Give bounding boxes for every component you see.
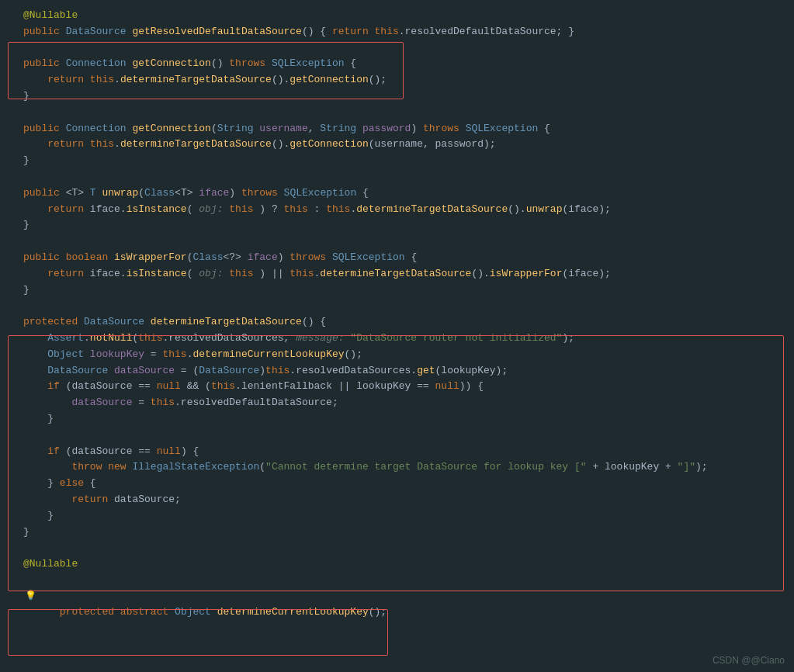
line-13: return iface.isInstance( obj: this ) || … <box>16 266 794 282</box>
line-5: } <box>16 88 794 105</box>
line-blank-6 <box>16 428 794 444</box>
line-10: return iface.isInstance( obj: this ) ? t… <box>16 202 794 218</box>
line-22: if (dataSource == null) { <box>16 444 794 460</box>
gutter-lightbulb-icon: 💡 <box>25 589 36 604</box>
line-17: Object lookupKey = this.determineCurrent… <box>16 347 794 363</box>
line-7: return this.determineTargetDataSource().… <box>16 137 794 153</box>
line-3: public Connection getConnection() throws… <box>16 56 794 72</box>
line-8: } <box>16 153 794 169</box>
line-21: } <box>16 411 794 428</box>
line-20: dataSource = this.resolvedDefaultDataSou… <box>16 395 794 411</box>
line-blank-1 <box>16 40 794 57</box>
line-blank-2 <box>16 105 794 121</box>
line-blank-3 <box>16 169 794 185</box>
line-19: if (dataSource == null && (this.lenientF… <box>16 379 794 395</box>
line-25: return dataSource; <box>16 492 794 508</box>
line-blank-7 <box>16 540 794 556</box>
line-24: } else { <box>16 476 794 492</box>
line-blank-4 <box>16 234 794 250</box>
line-28: @Nullable <box>16 556 794 573</box>
line-2: public DataSource getResolvedDefaultData… <box>16 24 794 40</box>
line-18: DataSource dataSource = (DataSource)this… <box>16 363 794 379</box>
line-6: public Connection getConnection(String u… <box>16 121 794 137</box>
line-12: public boolean isWrapperFor(Class<?> ifa… <box>16 250 794 266</box>
line-15: protected DataSource determineTargetData… <box>16 314 794 331</box>
line-14: } <box>16 282 794 299</box>
watermark: CSDN @@Ciano <box>713 655 785 666</box>
line-11: } <box>16 217 794 234</box>
line-4: return this.determineTargetDataSource().… <box>16 72 794 88</box>
line-23: throw new IllegalStateException("Cannot … <box>16 459 794 476</box>
line-blank-5 <box>16 298 794 314</box>
line-26: } <box>16 508 794 525</box>
line-27: } <box>16 525 794 541</box>
line-9: public <T> T unwrap(Class<T> iface) thro… <box>16 185 794 202</box>
line-16: Assert.notNull(this.resolvedDataSources,… <box>16 331 794 347</box>
line-29: 💡 protected abstract Object determineCur… <box>16 573 794 637</box>
line-1: @Nullable <box>16 8 794 24</box>
code-editor: @Nullable public DataSource getResolvedD… <box>0 0 794 645</box>
